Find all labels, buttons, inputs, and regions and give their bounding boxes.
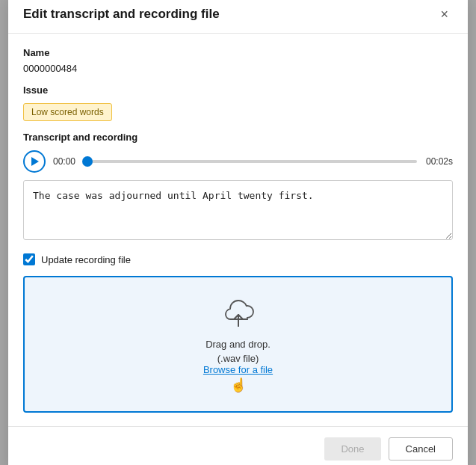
name-value: 0000000484	[23, 63, 453, 74]
time-end: 00:02s	[424, 156, 453, 167]
file-type-text: (.wav file)	[217, 353, 259, 364]
dropzone[interactable]: Drag and drop. (.wav file) Browse for a …	[23, 276, 453, 413]
issue-section: Issue Low scored words	[23, 84, 453, 121]
transcript-label: Transcript and recording	[23, 132, 453, 143]
transcript-textarea[interactable]	[23, 180, 453, 241]
progress-track[interactable]	[84, 160, 417, 163]
done-button[interactable]: Done	[324, 437, 380, 461]
name-section: Name 0000000484	[23, 47, 453, 74]
modal-body: Name 0000000484 Issue Low scored words T…	[8, 34, 468, 426]
modal-footer: Done Cancel	[8, 426, 468, 465]
audio-player: 00:00 00:02s	[23, 150, 453, 173]
update-recording-row: Update recording file	[23, 253, 453, 265]
browse-for-file-link[interactable]: Browse for a file	[203, 364, 273, 375]
modal-header: Edit transcript and recording file ×	[8, 0, 468, 34]
low-scored-badge: Low scored words	[23, 103, 112, 121]
name-label: Name	[23, 47, 453, 58]
update-recording-checkbox[interactable]	[23, 253, 35, 265]
modal-title: Edit transcript and recording file	[23, 7, 220, 22]
modal-overlay: Edit transcript and recording file × Nam…	[0, 0, 476, 465]
cursor-icon: ☝	[230, 377, 247, 393]
modal-dialog: Edit transcript and recording file × Nam…	[8, 0, 468, 465]
drag-drop-text: Drag and drop.	[205, 337, 271, 353]
progress-thumb[interactable]	[82, 156, 93, 167]
close-button[interactable]: ×	[436, 6, 453, 22]
update-recording-label: Update recording file	[41, 254, 131, 265]
issue-label: Issue	[23, 84, 453, 96]
cancel-button[interactable]: Cancel	[389, 437, 453, 461]
time-start: 00:00	[53, 156, 77, 167]
play-icon	[31, 157, 39, 166]
play-button[interactable]	[23, 150, 46, 173]
transcript-section: Transcript and recording 00:00 00:02s	[23, 132, 453, 254]
upload-cloud-icon	[221, 298, 256, 330]
